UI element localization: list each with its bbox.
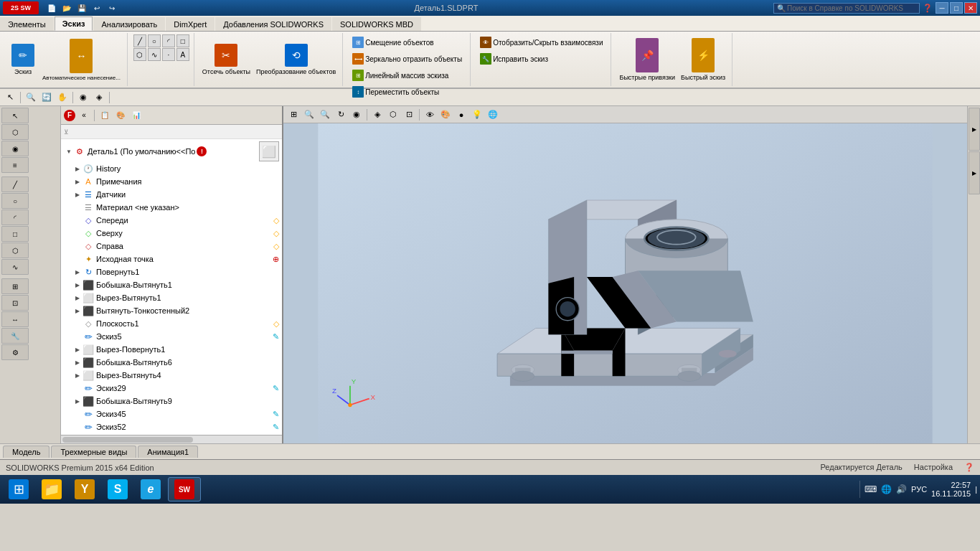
vp-wf[interactable]: ⬡	[386, 108, 400, 122]
rp-btn-1[interactable]: ▶	[969, 108, 980, 151]
left-btn-6[interactable]: ○	[1, 193, 29, 209]
auto-dimension-btn[interactable]: ↔ Автоматическое нанесение...	[40, 37, 123, 83]
tree-item-cut-revolve1[interactable]: ▶ ⬜ Вырез-Повернуть1	[61, 343, 282, 356]
offset-btn[interactable]: ⊞ Смещение объектов	[349, 34, 437, 50]
move-btn[interactable]: ↕ Переместить объекты	[349, 84, 443, 100]
line-btn[interactable]: ╱	[133, 34, 146, 47]
tree-item-part[interactable]: ▼ ⚙ Деталь1 (По умолчанию<<По ! ⬜	[61, 141, 282, 162]
expand-boss9[interactable]: ▶	[72, 396, 83, 406]
vp-section[interactable]: ⊡	[402, 108, 416, 122]
vp-color[interactable]: ●	[454, 108, 468, 122]
left-btn-1[interactable]: ↖	[1, 108, 29, 123]
vp-zoom-out[interactable]: 🔍	[318, 108, 332, 122]
language-indicator[interactable]: РУС	[911, 485, 927, 494]
text-btn[interactable]: A	[176, 48, 189, 61]
left-btn-5[interactable]: ╱	[1, 176, 29, 192]
vp-zoom-in[interactable]: 🔍	[302, 108, 316, 122]
convert-btn[interactable]: ⟲ Преобразование объектов	[254, 42, 338, 77]
show-relations-btn[interactable]: 👁 Отобразить/Скрыть взаимосвязи	[476, 34, 606, 50]
maximize-btn[interactable]: □	[950, 2, 963, 14]
help-btn-status[interactable]: ❓	[964, 463, 974, 472]
expand-boss1[interactable]: ▶	[72, 280, 83, 290]
tb-shaded[interactable]: ◉	[76, 90, 90, 105]
taskbar-skype[interactable]: S	[102, 477, 133, 501]
expand-history[interactable]: ▶	[72, 164, 83, 174]
vp-zoom-fit[interactable]: ⊞	[286, 108, 301, 122]
expand-thin2[interactable]: ▶	[72, 306, 83, 316]
tree-item-revolve1[interactable]: ▶ ↻ Повернуть1	[61, 265, 282, 278]
tree-item-sketch29[interactable]: ▶ ✏ Эскиз29 ✎	[61, 382, 282, 395]
tree-item-boss9[interactable]: ▶ ⬛ Бобышка-Вытянуть9	[61, 395, 282, 408]
expand-revolve1[interactable]: ▶	[72, 267, 83, 277]
taskbar-app-yellow[interactable]: Y	[69, 477, 100, 501]
volume-icon[interactable]: 🔊	[896, 484, 907, 494]
mirror-btn[interactable]: ⟷ Зеркально отразить объекты	[349, 51, 466, 67]
left-btn-15[interactable]: ⚙	[1, 344, 29, 360]
sketch-btn[interactable]: ✏ Эскиз	[7, 42, 39, 77]
network-icon[interactable]: 🌐	[881, 484, 892, 494]
tab-mbd[interactable]: SOLIDWORKS MBD	[332, 17, 421, 31]
tree-item-material[interactable]: ▶ ☰ Материал <не указан>	[61, 201, 282, 214]
left-btn-13[interactable]: ↔	[1, 311, 29, 327]
taskbar-solidworks[interactable]: SW	[168, 477, 201, 501]
quick-sketch-btn[interactable]: ⚡ Быстрый эскиз	[679, 36, 727, 83]
trim-btn[interactable]: ✂ Отсечь объекты	[200, 42, 253, 77]
filter-btn[interactable]: F	[64, 110, 75, 121]
spline-btn[interactable]: ∿	[148, 48, 161, 61]
tree-item-sketch5[interactable]: ▶ ✏ Эскиз5 ✎	[61, 330, 282, 343]
tab-analyze[interactable]: Анализировать	[93, 17, 165, 31]
left-btn-8[interactable]: □	[1, 226, 29, 242]
minimize-btn[interactable]: ─	[936, 2, 948, 14]
keyboard-icon[interactable]: ⌨	[864, 484, 877, 494]
tree-item-cut1[interactable]: ▶ ⬜ Вырез-Вытянуть1	[61, 291, 282, 304]
tree-item-sketch52[interactable]: ▶ ✏ Эскиз52 ✎	[61, 420, 282, 433]
tree-btn-2[interactable]: 🎨	[113, 108, 128, 123]
fix-sketch-btn[interactable]: 🔧 Исправить эскиз	[476, 51, 552, 67]
tree-item-front[interactable]: ▶ ◇ Спереди ◇	[61, 214, 282, 227]
left-btn-9[interactable]: ⬡	[1, 242, 29, 258]
left-btn-3[interactable]: ◉	[1, 141, 29, 156]
polygon-btn[interactable]: ⬡	[133, 48, 146, 61]
tab-addons[interactable]: Добавления SOLIDWORKS	[215, 17, 331, 31]
left-btn-4[interactable]: ≡	[1, 157, 29, 173]
show-desktop-btn[interactable]: |	[975, 485, 977, 494]
left-btn-7[interactable]: ◜	[1, 209, 29, 225]
new-btn[interactable]: 📄	[44, 1, 59, 15]
tree-item-boss1[interactable]: ▶ ⬛ Бобышка-Вытянуть1	[61, 278, 282, 291]
expand-boss6[interactable]: ▶	[72, 357, 83, 367]
tree-item-sketch45[interactable]: ▶ ✏ Эскиз45 ✎	[61, 408, 282, 420]
tree-btn-3[interactable]: 📊	[129, 108, 143, 123]
tree-collapse-btn[interactable]: «	[77, 108, 91, 123]
expand-cut1[interactable]: ▶	[72, 293, 83, 303]
expand-cut-revolve1[interactable]: ▶	[72, 344, 83, 354]
left-btn-11[interactable]: ⊞	[1, 278, 29, 294]
tab-3d-views[interactable]: Трехмерные виды	[51, 446, 136, 458]
vp-rotate[interactable]: ↻	[334, 108, 348, 122]
tree-hscroll[interactable]	[61, 435, 282, 443]
tb-zoom[interactable]: 🔍	[24, 90, 38, 105]
vp-shaded[interactable]: ◈	[370, 108, 385, 122]
vp-appear[interactable]: 🎨	[438, 108, 453, 122]
tree-item-thin2[interactable]: ▶ ⬛ Вытянуть-Тонкостенный2	[61, 304, 282, 317]
vp-view[interactable]: ◉	[349, 108, 364, 122]
quick-snap-btn[interactable]: 📌 Быстрые привязки	[617, 36, 677, 83]
save-btn[interactable]: 💾	[75, 1, 89, 15]
help-search-input[interactable]	[787, 4, 916, 12]
tb-rotate[interactable]: 🔄	[39, 90, 54, 105]
tree-item-history[interactable]: ▶ 🕐 History	[61, 162, 282, 175]
vp-light[interactable]: 💡	[470, 108, 484, 122]
taskbar-ie[interactable]: e	[135, 477, 166, 501]
tree-item-top[interactable]: ▶ ◇ Сверху ◇	[61, 227, 282, 240]
expand-sensors[interactable]: ▶	[72, 189, 83, 199]
tab-dimxpert[interactable]: DimXpert	[166, 17, 215, 31]
left-btn-2[interactable]: ⬡	[1, 124, 29, 140]
open-btn[interactable]: 📂	[60, 1, 74, 15]
left-btn-12[interactable]: ⊡	[1, 295, 29, 311]
left-btn-10[interactable]: ∿	[1, 259, 29, 275]
tree-item-notes[interactable]: ▶ A Примечания	[61, 175, 282, 188]
tree-btn-1[interactable]: 📋	[98, 108, 112, 123]
undo-btn[interactable]: ↩	[90, 1, 104, 15]
tree-item-plane1[interactable]: ▶ ◇ Плоскость1 ◇	[61, 317, 282, 330]
expand-part[interactable]: ▼	[64, 146, 74, 156]
tb-arrow[interactable]: ↖	[3, 90, 17, 105]
